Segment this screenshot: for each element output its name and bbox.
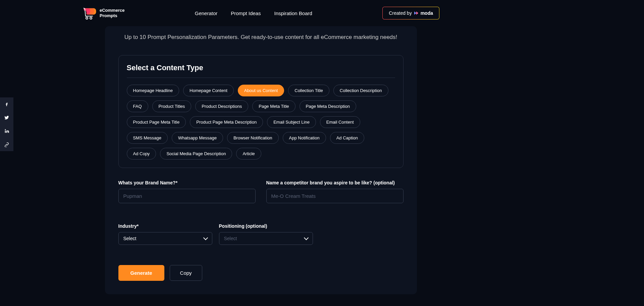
content-type-chip[interactable]: Email Content (320, 116, 360, 128)
brand-name-label: Whats your Brand Name?* (118, 180, 256, 185)
content-type-chip[interactable]: App Notification (283, 132, 326, 144)
content-type-chip[interactable]: Collection Description (333, 85, 388, 96)
copy-button[interactable]: Copy (170, 265, 202, 281)
competitor-input[interactable] (266, 189, 404, 203)
share-link[interactable] (0, 138, 13, 151)
content-type-chip[interactable]: Product Page Meta Description (190, 116, 263, 128)
generate-button[interactable]: Generate (118, 265, 164, 281)
content-type-chip[interactable]: Social Media Page Description (160, 148, 232, 160)
nav-generator[interactable]: Generator (195, 10, 218, 16)
nav-inspiration-board[interactable]: Inspiration Board (274, 10, 312, 16)
main-nav: Generator Prompt Ideas Inspiration Board (195, 10, 312, 16)
positioning-select[interactable]: Select (219, 232, 313, 245)
content-type-chip[interactable]: Homepage Headline (127, 85, 179, 96)
brand-name: eCommerce Prompts (100, 8, 124, 18)
svg-point-2 (86, 17, 88, 19)
subtitle: Up to 10 Prompt Personalization Paramete… (105, 26, 417, 55)
created-by-label: Created by (389, 10, 412, 16)
brand-line2: Prompts (100, 13, 124, 18)
share-twitter[interactable] (0, 111, 13, 124)
share-linkedin[interactable] (0, 124, 13, 138)
logo-icon (82, 6, 96, 20)
positioning-group: Positioning (optional) Select (219, 223, 313, 245)
content-type-chip[interactable]: Ad Caption (330, 132, 364, 144)
chevron-down-icon (203, 235, 208, 240)
content-type-chip[interactable]: Email Subject Line (267, 116, 316, 128)
brand-name-group: Whats your Brand Name?* (118, 180, 256, 203)
generator-panel: Up to 10 Prompt Personalization Paramete… (105, 26, 417, 294)
content-type-chip[interactable]: SMS Message (127, 132, 168, 144)
social-share-bar (0, 97, 13, 151)
industry-label: Industry* (118, 223, 212, 229)
moda-icon (414, 11, 419, 15)
content-type-title: Select a Content Type (127, 63, 395, 78)
brand-name-input[interactable] (118, 189, 256, 203)
positioning-value: Select (224, 236, 237, 241)
content-type-chip[interactable]: Whatsapp Message (172, 132, 223, 144)
content-type-section: Select a Content Type Homepage HeadlineH… (118, 55, 404, 168)
svg-rect-1 (86, 8, 90, 14)
content-type-chips: Homepage HeadlineHomepage ContentAbout u… (127, 85, 395, 160)
content-type-chip[interactable]: Product Titles (152, 100, 192, 112)
svg-point-3 (90, 17, 92, 19)
nav-prompt-ideas[interactable]: Prompt Ideas (231, 10, 261, 16)
content-type-chip[interactable]: Article (236, 148, 261, 160)
actions-row: Generate Copy (105, 245, 417, 281)
content-type-chip[interactable]: FAQ (127, 100, 148, 112)
content-type-chip[interactable]: Homepage Content (183, 85, 234, 96)
brand-line1: eCommerce (100, 8, 124, 13)
content-type-chip[interactable]: About us Content (238, 85, 284, 96)
chevron-down-icon (304, 235, 308, 240)
header: eCommerce Prompts Generator Prompt Ideas… (0, 0, 522, 26)
content-type-chip[interactable]: Page Meta Description (300, 100, 357, 112)
content-type-chip[interactable]: Collection Title (288, 85, 329, 96)
content-type-chip[interactable]: Product Descriptions (195, 100, 248, 112)
industry-value: Select (123, 236, 137, 241)
positioning-label: Positioning (optional) (219, 223, 313, 229)
content-type-chip[interactable]: Product Page Meta Title (127, 116, 186, 128)
form-row-1: Whats your Brand Name?* Name a competito… (105, 168, 417, 203)
moda-name: moda (421, 10, 433, 16)
competitor-group: Name a competitor brand you aspire to be… (266, 180, 404, 203)
created-by-badge[interactable]: Created by moda (382, 7, 439, 19)
industry-group: Industry* Select (118, 223, 212, 245)
content-type-chip[interactable]: Page Meta Title (252, 100, 295, 112)
content-type-chip[interactable]: Ad Copy (127, 148, 156, 160)
content-type-chip[interactable]: Browser Notification (227, 132, 279, 144)
industry-select[interactable]: Select (118, 232, 212, 245)
brand-logo[interactable]: eCommerce Prompts (82, 6, 124, 20)
share-facebook[interactable] (0, 97, 13, 111)
competitor-label: Name a competitor brand you aspire to be… (266, 180, 404, 185)
form-row-2: Industry* Select Positioning (optional) … (105, 203, 417, 245)
